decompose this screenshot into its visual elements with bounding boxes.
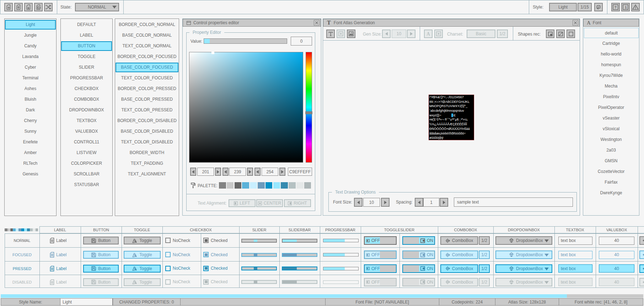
svg-text:?: ? — [615, 5, 617, 10]
svg-text:i: i — [625, 5, 627, 10]
svg-text:A: A — [426, 31, 430, 36]
